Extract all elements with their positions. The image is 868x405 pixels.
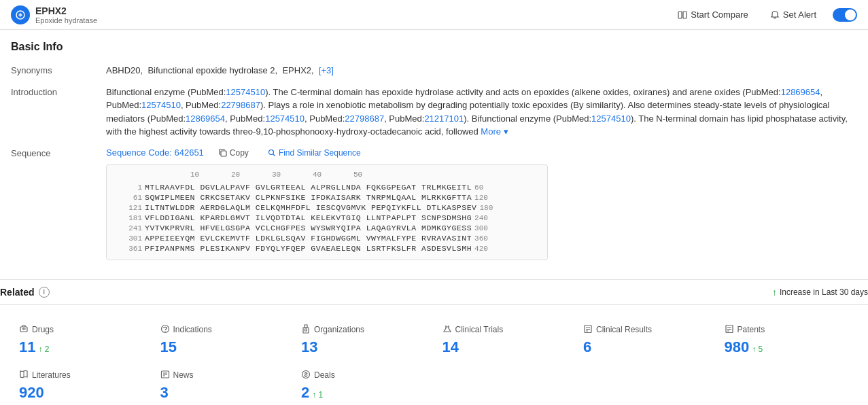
drugs-count: 11 ↑ 2 [19, 338, 144, 356]
organizations-label: Organizations [314, 325, 364, 334]
copy-label: Copy [230, 148, 249, 158]
pubmed-link-2[interactable]: 12869654 [781, 87, 820, 97]
increase-label: ↑ Increase in Last 30 days [772, 287, 868, 298]
related-item-clinical-trials[interactable]: Clinical Trials 14 [434, 319, 576, 362]
seq-line-5: 241 YVTVKPRVRL HFVELGSGPA VCLCHGFPES WYS… [112, 224, 542, 232]
pubmed-link-7[interactable]: 22798687 [345, 113, 384, 124]
drugs-header: Drugs [19, 324, 144, 336]
bell-icon [770, 10, 780, 20]
svg-rect-10 [303, 328, 309, 333]
indications-count: 15 [160, 338, 285, 356]
pubmed-link-5[interactable]: 12869654 [186, 113, 225, 124]
main-content: Basic Info Synonyms ABHD20, Bifunctional… [0, 30, 868, 279]
clinical-results-icon [583, 324, 593, 336]
related-info-icon[interactable]: i [39, 287, 50, 298]
introduction-value: Bifunctional enzyme (PubMed:12574510). T… [106, 86, 857, 139]
seq-line-6: 301 APPEIEEYQM EVLCKEMVTF LDKLGLSQAV FIG… [112, 234, 542, 243]
basic-info-title: Basic Info [11, 41, 857, 53]
related-section: Related i ↑ Increase in Last 30 days [0, 279, 868, 406]
pubmed-link-3[interactable]: 12574510 [141, 100, 181, 110]
literatures-label: Literatures [32, 370, 71, 380]
app-title: EPHX2 Epoxide hydratase [35, 5, 97, 24]
indications-icon [160, 324, 170, 336]
pubmed-link-9[interactable]: 12574510 [591, 113, 631, 124]
start-compare-label: Start Compare [691, 10, 748, 20]
more-link[interactable]: More ▾ [481, 126, 508, 137]
drugs-icon [19, 324, 29, 336]
svg-point-4 [268, 149, 273, 154]
related-item-news[interactable]: News 3 [152, 364, 294, 406]
header-right: Start Compare Set Alert [672, 7, 857, 22]
svg-point-9 [164, 331, 165, 332]
compare-icon [678, 10, 687, 20]
increase-arrow-icon: ↑ [772, 287, 777, 298]
header: EPHX2 Epoxide hydratase Start Compare Se… [0, 0, 868, 30]
alert-toggle[interactable] [833, 8, 857, 22]
set-alert-button[interactable]: Set Alert [765, 7, 822, 22]
deals-icon [301, 370, 311, 381]
svg-rect-1 [678, 12, 682, 18]
related-grid-2: Literatures 920 [11, 364, 857, 406]
set-alert-label: Set Alert [783, 10, 816, 20]
sequence-header: Sequence Code: 642651 Copy Find Similar … [106, 147, 548, 159]
seq-line-2: 61 SQWIPLMEEN CRKCSETAKV CLPKNFSIKE IFDK… [112, 193, 542, 202]
start-compare-button[interactable]: Start Compare [672, 7, 754, 22]
find-similar-label: Find Similar Sequence [279, 148, 361, 158]
seq-line-3: 121 ILTNTWLDDR AERDGLAQLM CELKQMHFDFL IE… [112, 203, 542, 212]
introduction-row: Introduction Bifunctional enzyme (PubMed… [11, 86, 857, 139]
organizations-count: 13 [301, 338, 426, 356]
patents-icon [725, 324, 734, 336]
app-logo-icon [11, 5, 30, 24]
literatures-header: Literatures [19, 370, 144, 381]
copy-button[interactable]: Copy [215, 147, 253, 159]
related-item-patents[interactable]: Patents 980 ↑ 5 [716, 319, 858, 362]
related-item-clinical-results[interactable]: Clinical Results 6 [575, 319, 716, 362]
clinical-trials-header: Clinical Trials [442, 324, 568, 336]
literatures-count: 920 [19, 384, 144, 402]
patents-increase: ↑ 5 [752, 345, 763, 354]
patents-header: Patents [725, 324, 850, 336]
clinical-results-label: Clinical Results [596, 325, 652, 334]
sequence-box[interactable]: 10 20 30 40 50 1 MTLRAAVFDL DGVLALPAVF G… [106, 164, 548, 260]
news-header: News [160, 370, 285, 381]
deals-label: Deals [314, 370, 335, 380]
related-item-literatures[interactable]: Literatures 920 [11, 364, 152, 406]
organizations-icon [301, 324, 311, 336]
seq-line-7: 361 PFIPANPNMS PLESIKANPV FDYQLYFQEP GVA… [112, 244, 542, 253]
related-grid-1: Drugs 11 ↑ 2 Indica [11, 319, 857, 362]
sequence-ruler: 10 20 30 40 50 [112, 171, 542, 179]
protein-subtitle: Epoxide hydratase [35, 16, 97, 24]
svg-rect-3 [221, 151, 226, 156]
patents-label: Patents [737, 325, 765, 334]
pubmed-link-1[interactable]: 12574510 [226, 87, 265, 97]
seq-line-4: 181 VFLDDIGANL KPARDLGMVT ILVQDTDTAL KEL… [112, 213, 542, 222]
clinical-trials-count: 14 [442, 338, 568, 356]
related-header: Related i ↑ Increase in Last 30 days [0, 279, 868, 305]
news-count: 3 [160, 384, 285, 402]
news-label: News [173, 370, 194, 380]
synonyms-label: Synonyms [11, 64, 106, 75]
literatures-icon [19, 370, 29, 381]
pubmed-link-4[interactable]: 22798687 [221, 100, 260, 110]
drugs-label: Drugs [32, 325, 54, 334]
sequence-code[interactable]: Sequence Code: 642651 [106, 147, 204, 158]
related-title: Related i [0, 287, 50, 298]
related-item-deals[interactable]: Deals 2 ↑ 1 [293, 364, 434, 406]
synonyms-row: Synonyms ABHD20, Bifunctional epoxide hy… [11, 64, 857, 77]
increase-text: Increase in Last 30 days [780, 287, 868, 297]
related-item-organizations[interactable]: Organizations 13 [293, 319, 434, 362]
pubmed-link-6[interactable]: 12574510 [265, 113, 305, 124]
sequence-label: Sequence [11, 147, 106, 158]
introduction-label: Introduction [11, 86, 106, 97]
svg-rect-2 [683, 12, 687, 18]
deals-header: Deals [301, 370, 426, 381]
clinical-results-count: 6 [583, 338, 708, 356]
related-item-drugs[interactable]: Drugs 11 ↑ 2 [11, 319, 152, 362]
synonyms-more-link[interactable]: [+3] [319, 65, 334, 75]
sequence-row: Sequence Sequence Code: 642651 Copy F [11, 147, 857, 260]
clinical-trials-icon [442, 324, 452, 336]
drugs-increase: ↑ 2 [38, 345, 49, 354]
find-similar-button[interactable]: Find Similar Sequence [264, 147, 365, 159]
related-item-indications[interactable]: Indications 15 [152, 319, 294, 362]
pubmed-link-8[interactable]: 21217101 [424, 113, 464, 124]
